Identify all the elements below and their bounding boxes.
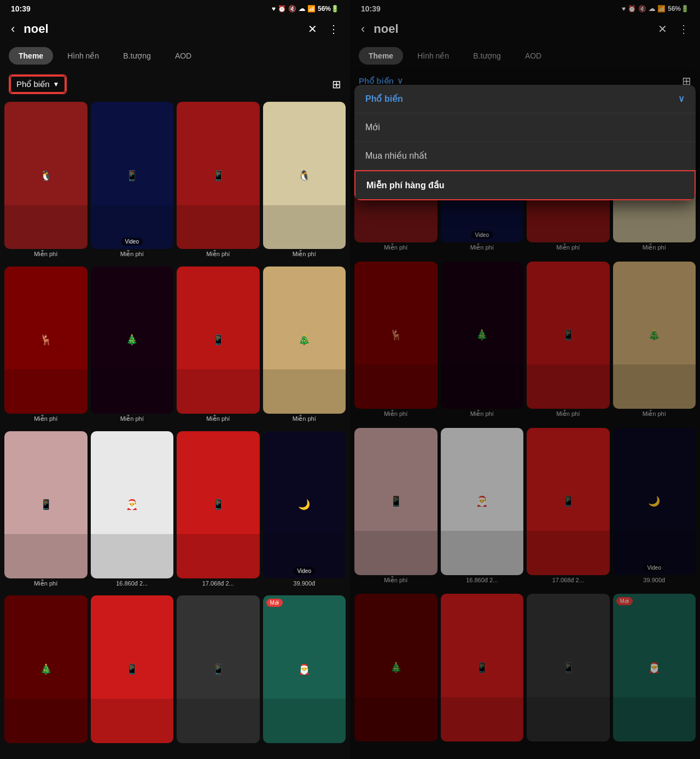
- theme-label-11: 39.900đ: [643, 577, 665, 583]
- theme-item-14[interactable]: 📱: [527, 594, 610, 757]
- tab-icon-right[interactable]: B.tượng: [463, 47, 511, 65]
- status-bar-left: 10:39 ♥ ⏰ 🔇 ☁ 📶 56%🔋: [0, 0, 350, 15]
- time-right: 10:39: [361, 4, 381, 13]
- theme-thumb-9: 🎅: [441, 428, 524, 575]
- theme-label-0: Miễn phí: [384, 244, 407, 251]
- theme-label-7: Miễn phí: [643, 410, 666, 418]
- filter-dropdown-left[interactable]: Phổ biến ▼: [10, 76, 66, 93]
- theme-label-10: 17.068đ 2...: [202, 580, 234, 587]
- theme-label-11: 39.900đ: [293, 580, 315, 587]
- video-badge-11: Video: [644, 564, 665, 572]
- theme-item-8[interactable]: 📱Miễn phí: [4, 431, 88, 593]
- theme-thumb-5: 🎄: [441, 262, 524, 409]
- dropdown-item-pho-bien[interactable]: Phổ biến ∨: [354, 85, 696, 113]
- theme-item-15[interactable]: 🎅Mới: [613, 594, 696, 757]
- theme-label-3: Miễn phí: [293, 251, 316, 258]
- theme-item-4[interactable]: 🦌Miễn phí: [4, 266, 88, 428]
- theme-label-6: Miễn phí: [556, 410, 580, 418]
- theme-thumb-14: 📱: [527, 594, 610, 741]
- dropdown-item-moi[interactable]: Mới: [354, 113, 696, 142]
- theme-label-2: Miễn phí: [206, 251, 230, 258]
- theme-thumb-4: 🦌: [354, 262, 438, 409]
- new-badge-15: Mới: [616, 597, 633, 605]
- dropdown-item-mua-nhieu[interactable]: Mua nhiều nhất: [354, 142, 696, 170]
- theme-thumb-10: 📱: [177, 431, 260, 578]
- theme-item-13[interactable]: 📱: [441, 594, 524, 757]
- theme-label-5: Miễn phí: [120, 415, 144, 422]
- left-panel: 10:39 ♥ ⏰ 🔇 ☁ 📶 56%🔋 ‹ noel ✕ ⋮ Theme Hì…: [0, 0, 350, 759]
- theme-item-7[interactable]: 🎄Miễn phí: [613, 262, 696, 425]
- theme-item-10[interactable]: 📱17.068đ 2...: [177, 431, 260, 593]
- theme-item-4[interactable]: 🦌Miễn phí: [354, 262, 438, 425]
- theme-item-1[interactable]: 📱VideoMiễn phí: [91, 102, 174, 263]
- theme-item-0[interactable]: 🐧Miễn phí: [4, 102, 88, 263]
- theme-item-7[interactable]: 🎄Miễn phí: [263, 266, 346, 428]
- theme-thumb-3: 🐧: [263, 102, 346, 249]
- tab-theme-left[interactable]: Theme: [9, 47, 53, 65]
- theme-item-9[interactable]: 🎅16.860đ 2...: [441, 428, 524, 591]
- right-panel: 10:39 ♥ ⏰ 🔇 ☁ 📶 56%🔋 ‹ noel ✕ ⋮ Theme Hì…: [350, 0, 700, 759]
- theme-item-9[interactable]: 🎅16.860đ 2...: [91, 431, 174, 593]
- video-badge-1: Video: [121, 237, 143, 246]
- theme-item-11[interactable]: 🌙Video39.900đ: [263, 431, 346, 593]
- theme-label-2: Miễn phí: [556, 244, 580, 251]
- theme-thumb-8: 📱: [354, 428, 438, 575]
- theme-item-10[interactable]: 📱17.068đ 2...: [527, 428, 610, 591]
- theme-item-11[interactable]: 🌙Video39.900đ: [613, 428, 696, 591]
- tab-wallpaper-left[interactable]: Hình nền: [57, 47, 109, 65]
- theme-thumb-11: 🌙Video: [613, 428, 696, 575]
- close-button-right[interactable]: ✕: [656, 20, 669, 38]
- status-bar-right: 10:39 ♥ ⏰ 🔇 ☁ 📶 56%🔋: [350, 0, 700, 15]
- close-button-left[interactable]: ✕: [306, 20, 319, 38]
- tab-icon-left[interactable]: B.tượng: [113, 47, 161, 65]
- back-button-right[interactable]: ‹: [359, 20, 367, 38]
- tab-theme-right[interactable]: Theme: [359, 47, 403, 65]
- theme-label-10: 17.068đ 2...: [552, 577, 584, 583]
- more-button-left[interactable]: ⋮: [326, 20, 341, 38]
- theme-grid-left: 🐧Miễn phí📱VideoMiễn phí📱Miễn phí🐧Miễn ph…: [0, 100, 350, 759]
- theme-item-12[interactable]: 🎄: [354, 594, 438, 757]
- search-title-left: noel: [24, 22, 299, 36]
- theme-label-9: 16.860đ 2...: [116, 580, 148, 587]
- theme-item-5[interactable]: 🎄Miễn phí: [91, 266, 174, 428]
- theme-item-8[interactable]: 📱Miễn phí: [354, 428, 438, 591]
- theme-item-15[interactable]: 🎅Mới: [263, 595, 346, 757]
- theme-item-13[interactable]: 📱: [91, 595, 174, 757]
- theme-thumb-6: 📱: [177, 266, 260, 414]
- theme-thumb-6: 📱: [527, 262, 610, 409]
- theme-thumb-5: 🎄: [91, 266, 174, 414]
- grid-icon-left[interactable]: ⊞: [332, 78, 341, 91]
- theme-item-2[interactable]: 📱Miễn phí: [177, 102, 260, 263]
- theme-thumb-13: 📱: [91, 595, 174, 743]
- header-right: ‹ noel ✕ ⋮: [350, 15, 700, 45]
- tab-aod-right[interactable]: AOD: [515, 47, 551, 65]
- theme-label-7: Miễn phí: [293, 415, 316, 422]
- theme-thumb-2: 📱: [177, 102, 260, 249]
- tab-wallpaper-right[interactable]: Hình nền: [407, 47, 459, 65]
- theme-thumb-15: 🎅Mới: [263, 595, 346, 743]
- dropdown-menu-right: Phổ biến ∨ Mới Mua nhiều nhất Miễn phí h…: [354, 85, 696, 200]
- theme-thumb-11: 🌙Video: [263, 431, 346, 578]
- theme-thumb-15: 🎅Mới: [613, 594, 696, 741]
- theme-label-9: 16.860đ 2...: [466, 577, 498, 583]
- theme-item-5[interactable]: 🎄Miễn phí: [441, 262, 524, 425]
- more-button-right[interactable]: ⋮: [676, 20, 691, 38]
- theme-thumb-7: 🎄: [613, 262, 696, 409]
- video-badge-11: Video: [294, 567, 315, 575]
- theme-thumb-14: 📱: [177, 595, 260, 743]
- theme-item-12[interactable]: 🎄: [4, 595, 88, 757]
- theme-thumb-12: 🎄: [354, 594, 438, 741]
- theme-label-1: Miễn phí: [470, 244, 494, 251]
- filter-arrow-left: ▼: [53, 80, 60, 88]
- theme-item-14[interactable]: 📱: [177, 595, 260, 757]
- tab-aod-left[interactable]: AOD: [165, 47, 201, 65]
- filter-label-left: Phổ biến: [16, 79, 50, 89]
- theme-item-3[interactable]: 🐧Miễn phí: [263, 102, 346, 263]
- theme-thumb-4: 🦌: [4, 266, 88, 414]
- theme-item-6[interactable]: 📱Miễn phí: [527, 262, 610, 425]
- dropdown-item-mien-phi-hang-dau[interactable]: Miễn phí hàng đầu: [354, 170, 696, 200]
- time-left: 10:39: [11, 4, 31, 13]
- back-button-left[interactable]: ‹: [9, 20, 17, 38]
- theme-label-4: Miễn phí: [34, 415, 57, 422]
- theme-item-6[interactable]: 📱Miễn phí: [177, 266, 260, 428]
